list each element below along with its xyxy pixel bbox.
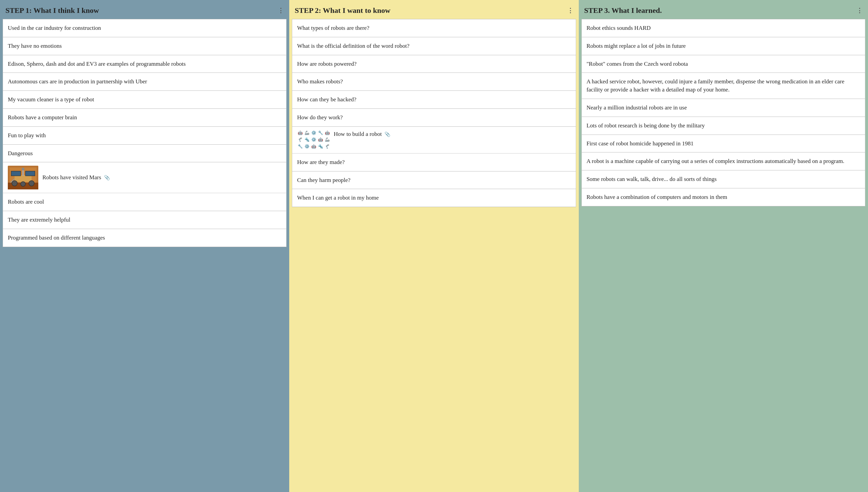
list-item[interactable]: Autonomous cars are in production in par… <box>3 73 287 91</box>
svg-point-5 <box>21 182 25 186</box>
robot-icon: 🦾 <box>324 137 330 143</box>
list-item[interactable]: Robots might replace a lot of jobs in fu… <box>581 37 865 55</box>
column-know-title: STEP 1: What I think I know <box>5 6 99 15</box>
column-know: STEP 1: What I think I know ⋮ Used in th… <box>0 0 289 492</box>
list-item[interactable]: Used in the car industry for constructio… <box>3 19 287 37</box>
list-item[interactable]: Programmed based on different languages <box>3 229 287 247</box>
list-item[interactable]: Robots are cool <box>3 193 287 211</box>
svg-rect-3 <box>15 175 32 182</box>
list-item[interactable]: Who makes robots? <box>292 73 576 91</box>
mars-card-text: Robots have visited Mars 📎 <box>42 173 110 182</box>
list-item[interactable]: When I can get a robot in my home <box>292 189 576 207</box>
column-know-menu-icon[interactable]: ⋮ <box>278 7 284 14</box>
list-item[interactable]: They have no emotions <box>3 37 287 55</box>
list-item[interactable]: First case of robot homicide happened in… <box>581 135 865 153</box>
mars-rover-image <box>8 166 38 189</box>
robot-icon: 🤖 <box>317 137 323 143</box>
kwl-board: STEP 1: What I think I know ⋮ Used in th… <box>0 0 868 492</box>
robot-icon: 🤖 <box>297 130 303 136</box>
build-robot-text: How to build a robot 📎 <box>334 130 390 138</box>
robot-icon: 🔧 <box>317 130 323 136</box>
list-item[interactable]: Robots have a computer brain <box>3 109 287 127</box>
robot-icon: 🔩 <box>304 137 310 143</box>
column-want-title: STEP 2: What I want to know <box>295 6 390 15</box>
column-learned-menu-icon[interactable]: ⋮ <box>856 7 863 14</box>
list-item[interactable]: My vacuum cleaner is a type of robot <box>3 91 287 109</box>
list-item[interactable]: Some robots can walk, talk, drive... do … <box>581 170 865 188</box>
column-want-cards: What types of robots are there? What is … <box>289 19 578 212</box>
list-item[interactable]: "Robot" comes from the Czech word robota <box>581 55 865 73</box>
svg-point-6 <box>29 181 34 186</box>
list-item[interactable]: Robot ethics sounds HARD <box>581 19 865 37</box>
robot-icon: 🤖 <box>311 144 317 150</box>
column-learned: STEP 3. What I learned. ⋮ Robot ethics s… <box>579 0 868 492</box>
column-learned-title: STEP 3. What I learned. <box>584 6 662 15</box>
list-item-mars[interactable]: Robots have visited Mars 📎 <box>3 162 287 193</box>
robot-icon: ⚙️ <box>311 137 317 143</box>
column-want-menu-icon[interactable]: ⋮ <box>567 7 573 14</box>
attachment-icon: 📎 <box>104 175 110 180</box>
list-item[interactable]: Fun to play with <box>3 127 287 145</box>
svg-rect-8 <box>25 171 35 176</box>
robot-icon: ⚙️ <box>311 130 317 136</box>
list-item[interactable]: Dangerous <box>3 145 287 163</box>
list-item-build-robot[interactable]: 🤖 🦾 ⚙️ 🔧 🤖 🦿 🔩 ⚙️ 🤖 🦾 🔧 ⚙️ 🤖 🔩 🦿 <box>292 127 576 153</box>
list-item[interactable]: What is the official definition of the w… <box>292 37 576 55</box>
svg-point-10 <box>22 168 24 170</box>
list-item[interactable]: How can they be hacked? <box>292 91 576 109</box>
list-item[interactable]: How are robots powered? <box>292 55 576 73</box>
list-item[interactable]: Nearly a million industrial robots are i… <box>581 99 865 117</box>
robot-icon: 🤖 <box>324 130 330 136</box>
column-learned-header: STEP 3. What I learned. ⋮ <box>579 0 868 19</box>
list-item[interactable]: How are they made? <box>292 153 576 171</box>
attachment-icon: 📎 <box>384 132 390 137</box>
robot-icon: 🔩 <box>317 144 323 150</box>
column-know-cards: Used in the car industry for constructio… <box>0 19 289 252</box>
list-item[interactable]: How do they work? <box>292 109 576 127</box>
list-item[interactable]: Edison, Sphero, dash and dot and EV3 are… <box>3 55 287 73</box>
robot-icon: 🔧 <box>297 144 303 150</box>
robot-icon: 🦾 <box>304 130 310 136</box>
column-know-header: STEP 1: What I think I know ⋮ <box>0 0 289 19</box>
svg-point-4 <box>12 181 17 186</box>
list-item[interactable]: A robot is a machine capable of carrying… <box>581 152 865 170</box>
robot-icon: ⚙️ <box>304 144 310 150</box>
list-item[interactable]: What types of robots are there? <box>292 19 576 37</box>
robot-icon: 🦿 <box>297 137 303 143</box>
column-learned-cards: Robot ethics sounds HARD Robots might re… <box>579 19 868 212</box>
column-want-header: STEP 2: What I want to know ⋮ <box>289 0 578 19</box>
column-want: STEP 2: What I want to know ⋮ What types… <box>289 0 578 492</box>
robot-icon: 🦿 <box>324 144 330 150</box>
svg-rect-7 <box>11 171 21 176</box>
list-item[interactable]: A hacked service robot, however, could i… <box>581 73 865 99</box>
list-item[interactable]: They are extremely helpful <box>3 211 287 229</box>
list-item[interactable]: Can they harm people? <box>292 171 576 189</box>
list-item[interactable]: Lots of robot research is being done by … <box>581 117 865 135</box>
robot-icons-grid: 🤖 🦾 ⚙️ 🔧 🤖 🦿 🔩 ⚙️ 🤖 🦾 🔧 ⚙️ 🤖 🔩 🦿 <box>297 130 330 150</box>
list-item[interactable]: Robots have a combination of computers a… <box>581 188 865 206</box>
